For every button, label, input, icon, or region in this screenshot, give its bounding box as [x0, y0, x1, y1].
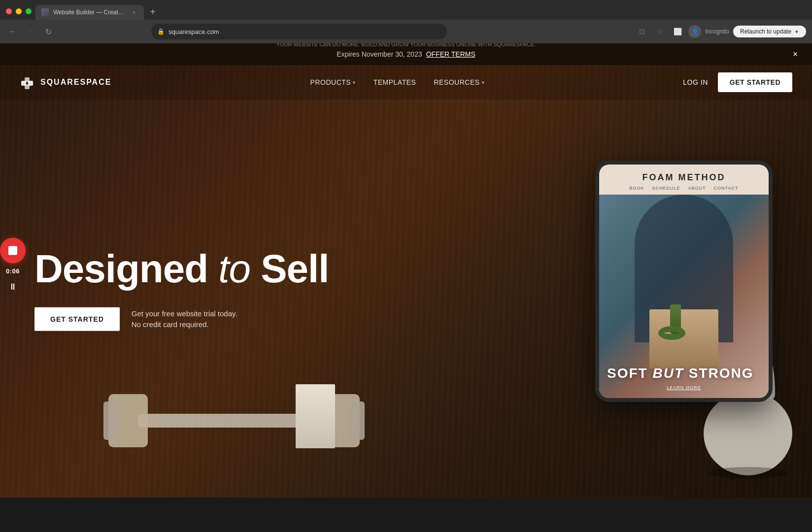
active-tab[interactable]: Website Builder — Create a W × — [35, 5, 144, 20]
tablet-hero-overlay: SOFT BUT STRONG LEARN MORE — [599, 195, 769, 398]
lock-icon: 🔒 — [157, 28, 165, 35]
browser-toolbar: ← → ↻ 🔒 squarespace.com ⊡ ☆ ⬜ 👤 Incognit… — [0, 20, 812, 43]
tablet-nav-book: BOOK — [630, 186, 644, 191]
reload-button[interactable]: ↻ — [41, 25, 55, 38]
recording-indicator: 0:06 ⏸ — [0, 238, 26, 295]
tab-favicon — [41, 8, 49, 16]
window-controls — [6, 8, 32, 14]
hero-subtitle: Get your free website trial today. No cr… — [132, 308, 237, 330]
products-nav-item[interactable]: PRODUCTS ▾ — [310, 78, 356, 86]
logo-text: SQUARESPACE — [40, 78, 111, 87]
relaunch-button[interactable]: Relaunch to update ▼ — [733, 26, 806, 37]
get-started-nav-button[interactable]: GET STARTED — [718, 72, 792, 92]
tablet-big-text: SOFT BUT STRONG — [607, 366, 761, 381]
tablet-screen: FOAM METHOD BOOK SCHEDULE ABOUT CONTACT — [599, 165, 769, 398]
squarespace-logo-icon — [20, 74, 35, 90]
nav-center: PRODUCTS ▾ TEMPLATES RESOURCES ▾ — [310, 78, 484, 86]
tablet-soft-text: SOFT — [607, 366, 652, 381]
headline-part1: Designed — [34, 247, 218, 291]
resources-nav-item[interactable]: RESOURCES ▾ — [434, 78, 484, 86]
site-logo[interactable]: SQUARESPACE — [20, 74, 111, 90]
tablet-nav-links: BOOK SCHEDULE ABOUT CONTACT — [605, 186, 763, 191]
back-button[interactable]: ← — [6, 25, 20, 38]
banner-main-text: Expires November 30, 2023 OFFER TERMS — [337, 50, 475, 58]
recording-circle[interactable] — [0, 238, 26, 264]
banner-close-button[interactable]: × — [788, 47, 802, 61]
cast-icon[interactable]: ⊡ — [635, 25, 649, 38]
relaunch-label: Relaunch to update — [740, 28, 791, 35]
svg-point-9 — [704, 392, 792, 475]
headline-italic: to — [218, 247, 250, 291]
products-chevron-icon: ▾ — [353, 80, 356, 85]
offer-terms-link[interactable]: OFFER TERMS — [426, 50, 475, 58]
maximize-window-button[interactable] — [26, 8, 32, 14]
announcement-banner: YOUR WEBSITE CAN DO MORE. BUILD AND GROW… — [0, 43, 812, 65]
close-window-button[interactable] — [6, 8, 12, 14]
svg-point-10 — [709, 467, 787, 479]
minimize-window-button[interactable] — [16, 8, 22, 14]
hero-cta-row: GET STARTED Get your free website trial … — [34, 307, 329, 331]
tablet-hero-image: SOFT BUT STRONG LEARN MORE — [599, 195, 769, 398]
get-started-hero-button[interactable]: GET STARTED — [34, 307, 120, 331]
incognito-label: Incognito — [705, 28, 729, 35]
bookmark-icon[interactable]: ☆ — [653, 25, 667, 38]
extensions-icon[interactable]: ⬜ — [671, 25, 684, 38]
tablet-nav-schedule: SCHEDULE — [652, 186, 680, 191]
headline-part2: Sell — [250, 247, 329, 291]
log-in-button[interactable]: LOG IN — [683, 78, 708, 86]
tablet-learn-more-link[interactable]: LEARN MORE — [607, 385, 761, 390]
tablet-strong-text: STRONG — [684, 366, 754, 381]
forward-button[interactable]: → — [24, 25, 37, 38]
address-bar[interactable]: 🔒 squarespace.com — [151, 24, 447, 39]
svg-rect-3 — [25, 84, 30, 89]
relaunch-chevron-icon: ▼ — [794, 29, 799, 34]
page-content: YOUR WEBSITE CAN DO MORE. BUILD AND GROW… — [0, 43, 812, 532]
tab-title: Website Builder — Create a W — [53, 9, 126, 16]
site-navigation: SQUARESPACE PRODUCTS ▾ TEMPLATES RESOURC… — [0, 65, 812, 100]
svg-rect-8 — [350, 401, 365, 440]
subtitle-line1: Get your free website trial today. — [132, 308, 237, 319]
subtitle-line2: No credit card required. — [132, 319, 237, 331]
stop-recording-icon — [8, 246, 17, 255]
address-text: squarespace.com — [169, 28, 219, 35]
tablet-brand: FOAM METHOD — [605, 172, 763, 183]
tablet-but-text: BUT — [652, 366, 684, 381]
new-tab-button[interactable]: + — [146, 5, 160, 19]
marble-block — [296, 384, 335, 448]
templates-nav-item[interactable]: TEMPLATES — [373, 78, 416, 86]
pause-recording-button[interactable]: ⏸ — [5, 279, 21, 295]
browser-chrome: Website Builder — Create a W × + ← → ↻ 🔒… — [0, 0, 812, 43]
scrolled-banner-text: YOUR WEBSITE CAN DO MORE. BUILD AND GROW… — [209, 43, 603, 47]
hero-visual: FOAM METHOD BOOK SCHEDULE ABOUT CONTACT — [595, 161, 773, 402]
resources-chevron-icon: ▾ — [482, 80, 485, 85]
svg-rect-6 — [103, 401, 118, 440]
toolbar-right: ⊡ ☆ ⬜ 👤 Incognito Relaunch to update ▼ — [635, 25, 806, 38]
hero-headline: Designed to Sell — [34, 248, 329, 290]
hero-content: Designed to Sell GET STARTED Get your fr… — [34, 248, 329, 331]
profile-icon[interactable]: 👤 — [688, 25, 701, 38]
tablet-nav-contact: CONTACT — [714, 186, 739, 191]
hero-area: SQUARESPACE PRODUCTS ▾ TEMPLATES RESOURC… — [0, 65, 812, 498]
tab-close-button[interactable]: × — [130, 8, 138, 16]
tablet-nav-about: ABOUT — [688, 186, 706, 191]
nav-right: LOG IN GET STARTED — [683, 72, 792, 92]
tablet-mockup: FOAM METHOD BOOK SCHEDULE ABOUT CONTACT — [595, 161, 773, 402]
recording-time: 0:06 — [6, 267, 20, 275]
tablet-nav-bar: FOAM METHOD BOOK SCHEDULE ABOUT CONTACT — [599, 165, 769, 195]
expires-text: Expires November 30, 2023 — [337, 50, 422, 58]
